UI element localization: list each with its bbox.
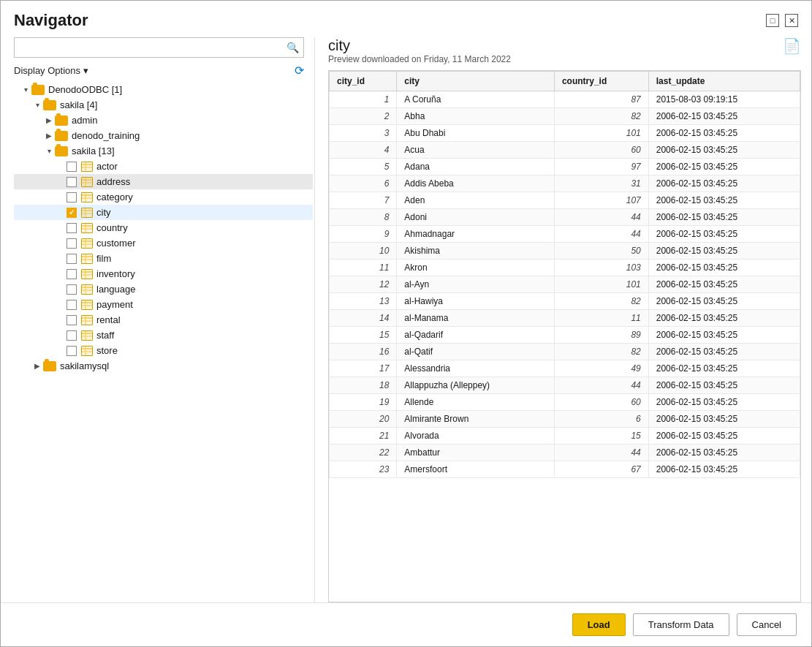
table-row[interactable]: 7Aden1072006-02-15 03:45:25 — [330, 192, 800, 209]
cell-country-id: 50 — [554, 243, 648, 260]
tree-area[interactable]: ▾ DenodoODBC [1] ▾ sakila [4] ▶ admin — [14, 82, 314, 602]
tree-node-city[interactable]: city — [14, 205, 313, 220]
table-row[interactable]: 17Alessandria492006-02-15 03:45:25 — [330, 360, 800, 377]
cell-city-id: 2 — [330, 108, 397, 125]
tree-label-actor: actor — [96, 161, 118, 172]
table-row[interactable]: 21Alvorada152006-02-15 03:45:25 — [330, 428, 800, 444]
cell-city: Akron — [397, 260, 555, 276]
tree-node-payment[interactable]: payment — [14, 297, 313, 312]
tree-node-address[interactable]: address — [14, 174, 313, 189]
cell-city-id: 5 — [330, 159, 397, 175]
cell-city-id: 13 — [330, 293, 397, 310]
checkbox-address[interactable] — [67, 177, 77, 187]
table-icon — [81, 162, 93, 172]
table-icon — [81, 346, 93, 356]
table-row[interactable]: 22Ambattur442006-02-15 03:45:25 — [330, 444, 800, 461]
window-controls: □ ✕ — [766, 14, 798, 27]
col-header-country-id: country_id — [554, 72, 648, 91]
svg-rect-10 — [81, 192, 93, 203]
checkbox-language[interactable] — [67, 284, 77, 295]
checkbox-actor[interactable] — [67, 162, 77, 172]
checkbox-category[interactable] — [67, 192, 77, 203]
cell-last-update: 2006-02-15 03:45:25 — [648, 125, 800, 142]
col-header-city-id: city_id — [330, 72, 397, 91]
table-row[interactable]: 1A Coruña872015-08-03 09:19:15 — [330, 91, 800, 108]
table-row[interactable]: 23Amersfoort672006-02-15 03:45:25 — [330, 461, 800, 478]
table-row[interactable]: 4Acua602006-02-15 03:45:25 — [330, 142, 800, 159]
display-options-button[interactable]: Display Options ▾ — [14, 65, 88, 76]
tree-node-film[interactable]: film — [14, 251, 313, 266]
tree-node-inventory[interactable]: inventory — [14, 266, 313, 281]
tree-node-language[interactable]: language — [14, 281, 313, 297]
table-icon — [81, 254, 93, 264]
tree-node-actor[interactable]: actor — [14, 159, 313, 174]
tree-node-customer[interactable]: customer — [14, 235, 313, 251]
cell-country-id: 44 — [554, 377, 648, 394]
search-input[interactable] — [19, 42, 287, 53]
cancel-button[interactable]: Cancel — [737, 613, 797, 636]
tree-label-rental: rental — [96, 314, 121, 325]
cell-city-id: 23 — [330, 461, 397, 478]
table-row[interactable]: 18Allappuzha (Alleppey)442006-02-15 03:4… — [330, 377, 800, 394]
tree-node-admin[interactable]: ▶ admin — [14, 113, 313, 128]
content-area: 🔍 Display Options ▾ ⟳ ▾ DenodoODBC [1] — [1, 30, 811, 602]
table-row[interactable]: 16al-Qatif822006-02-15 03:45:25 — [330, 344, 800, 360]
table-row[interactable]: 19Allende602006-02-15 03:45:25 — [330, 394, 800, 411]
load-button[interactable]: Load — [572, 613, 626, 636]
cell-last-update: 2006-02-15 03:45:25 — [648, 394, 800, 411]
table-row[interactable]: 10Akishima502006-02-15 03:45:25 — [330, 243, 800, 260]
refresh-icon[interactable]: ⟳ — [295, 64, 304, 77]
cell-city: Adana — [397, 159, 555, 175]
tree-node-country[interactable]: country — [14, 220, 313, 235]
table-row[interactable]: 3Abu Dhabi1012006-02-15 03:45:25 — [330, 125, 800, 142]
close-button[interactable]: ✕ — [785, 14, 798, 27]
checkbox-store[interactable] — [67, 346, 77, 356]
table-row[interactable]: 5Adana972006-02-15 03:45:25 — [330, 159, 800, 175]
table-row[interactable]: 12al-Ayn1012006-02-15 03:45:25 — [330, 276, 800, 293]
cell-last-update: 2006-02-15 03:45:25 — [648, 293, 800, 310]
tree-node-store[interactable]: store — [14, 343, 313, 358]
checkbox-staff[interactable] — [67, 330, 77, 341]
tree-label-denodo: DenodoODBC [1] — [48, 84, 122, 95]
tree-node-denodo[interactable]: ▾ DenodoODBC [1] — [14, 82, 313, 97]
table-row[interactable]: 8Adoni442006-02-15 03:45:25 — [330, 209, 800, 226]
tree-node-denodo-training[interactable]: ▶ denodo_training — [14, 128, 313, 143]
checkbox-payment[interactable] — [67, 300, 77, 310]
cell-country-id: 44 — [554, 444, 648, 461]
table-row[interactable]: 20Almirante Brown62006-02-15 03:45:25 — [330, 411, 800, 428]
checkbox-film[interactable] — [67, 254, 77, 264]
cell-city: Addis Abeba — [397, 175, 555, 192]
table-row[interactable]: 15al-Qadarif892006-02-15 03:45:25 — [330, 327, 800, 344]
tree-node-category[interactable]: category — [14, 189, 313, 205]
cell-city-id: 1 — [330, 91, 397, 108]
svg-rect-60 — [81, 346, 93, 356]
table-row[interactable]: 14al-Manama112006-02-15 03:45:25 — [330, 310, 800, 327]
preview-save-icon[interactable]: 📄 — [783, 37, 801, 55]
tree-node-sakila[interactable]: ▾ sakila [4] — [14, 97, 313, 113]
checkbox-country[interactable] — [67, 223, 77, 233]
checkbox-city[interactable] — [67, 208, 77, 218]
table-row[interactable]: 9Ahmadnagar442006-02-15 03:45:25 — [330, 226, 800, 243]
table-row[interactable]: 11Akron1032006-02-15 03:45:25 — [330, 260, 800, 276]
minimize-button[interactable]: □ — [766, 14, 779, 27]
checkbox-customer[interactable] — [67, 238, 77, 249]
tree-node-sakilamysql[interactable]: ▶ sakilamysql — [14, 358, 313, 374]
cell-city: al-Qatif — [397, 344, 555, 360]
checkbox-rental[interactable] — [67, 315, 77, 325]
folder-icon — [31, 85, 45, 95]
table-row[interactable]: 13al-Hawiya822006-02-15 03:45:25 — [330, 293, 800, 310]
transform-data-button[interactable]: Transform Data — [633, 613, 729, 636]
tree-node-staff[interactable]: staff — [14, 328, 313, 343]
table-icon — [81, 269, 93, 279]
left-panel: 🔍 Display Options ▾ ⟳ ▾ DenodoODBC [1] — [1, 37, 315, 602]
cell-last-update: 2006-02-15 03:45:25 — [648, 377, 800, 394]
table-row[interactable]: 2Abha822006-02-15 03:45:25 — [330, 108, 800, 125]
svg-rect-55 — [81, 330, 93, 341]
checkbox-inventory[interactable] — [67, 269, 77, 279]
table-row[interactable]: 6Addis Abeba312006-02-15 03:45:25 — [330, 175, 800, 192]
folder-icon — [55, 116, 68, 126]
tree-node-rental[interactable]: rental — [14, 312, 313, 328]
data-table-wrapper[interactable]: city_id city country_id last_update 1A C… — [328, 70, 801, 602]
folder-icon — [43, 100, 56, 110]
tree-node-sakila13[interactable]: ▾ sakila [13] — [14, 143, 313, 159]
